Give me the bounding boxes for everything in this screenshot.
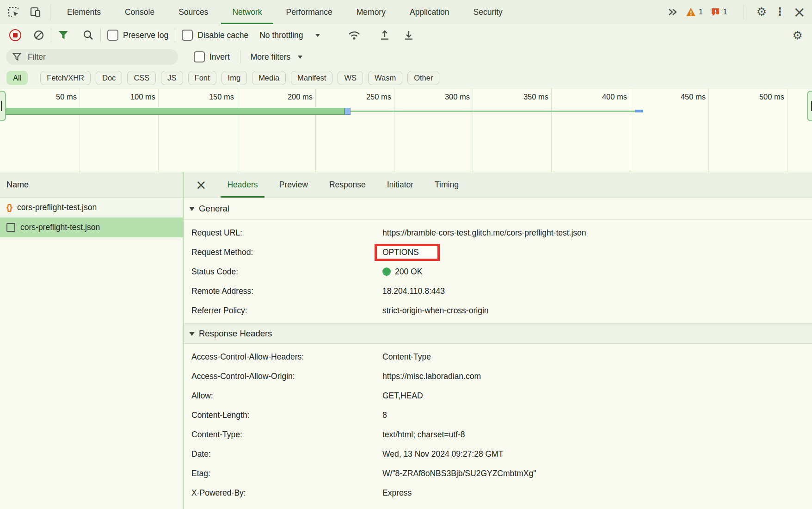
status-ok-dot-icon xyxy=(382,267,391,276)
tab-elements[interactable]: Elements xyxy=(55,0,113,24)
more-filters-button[interactable]: More filters xyxy=(251,52,291,62)
resource-filter-img[interactable]: Img xyxy=(221,71,247,85)
tab-performance[interactable]: Performance xyxy=(274,0,344,24)
header-row-allow: Allow: GET,HEAD xyxy=(184,386,812,405)
header-row-date: Date: Wed, 13 Nov 2024 09:27:28 GMT xyxy=(184,444,812,464)
tick-450ms: 450 ms xyxy=(655,93,706,101)
detail-tab-initiator[interactable]: Initiator xyxy=(376,173,424,198)
network-overview-timeline[interactable]: 50 ms 100 ms 150 ms 200 ms 250 ms 300 ms… xyxy=(0,88,812,172)
resource-filter-fetch-xhr[interactable]: Fetch/XHR xyxy=(40,71,91,85)
overview-left-handle[interactable] xyxy=(0,91,6,121)
tab-sources[interactable]: Sources xyxy=(166,0,220,24)
header-label: Referrer Policy: xyxy=(184,306,382,316)
preserve-log-checkbox[interactable] xyxy=(107,30,118,41)
header-label: Etag: xyxy=(184,469,382,478)
resource-filter-other[interactable]: Other xyxy=(407,71,439,85)
resource-filter-manifest[interactable]: Manifest xyxy=(291,71,332,85)
tick-300ms: 300 ms xyxy=(419,93,470,101)
tab-network[interactable]: Network xyxy=(220,0,274,24)
network-conditions-icon[interactable] xyxy=(348,30,361,41)
filter-input-pill[interactable] xyxy=(6,49,178,65)
devtools-tabbar: Elements Console Sources Network Perform… xyxy=(0,0,812,25)
tab-memory[interactable]: Memory xyxy=(344,0,398,24)
header-value: https://misc.laboradian.com xyxy=(382,372,481,381)
resource-filter-css[interactable]: CSS xyxy=(127,71,156,85)
disable-cache-label: Disable cache xyxy=(197,31,248,40)
filterbar-divider xyxy=(240,50,240,63)
detail-tab-response[interactable]: Response xyxy=(319,173,376,198)
import-har-icon[interactable] xyxy=(379,30,390,41)
settings-gear-icon[interactable]: ⚙ xyxy=(757,6,767,18)
request-name: cors-preflight-test.json xyxy=(20,223,100,232)
tick-150ms: 150 ms xyxy=(183,93,234,101)
detail-tab-headers[interactable]: Headers xyxy=(216,173,268,198)
header-row-content-type: Content-Type: text/html; charset=utf-8 xyxy=(184,425,812,444)
detail-tabbar: × Headers Preview Response Initiator Tim… xyxy=(184,172,812,198)
device-toolbar-icon[interactable] xyxy=(30,6,42,18)
error-icon xyxy=(711,7,720,17)
tick-250ms: 250 ms xyxy=(340,93,391,101)
toolbar-divider xyxy=(100,28,101,42)
header-label: X-Powered-By: xyxy=(184,488,382,498)
resource-filter-all[interactable]: All xyxy=(6,71,28,85)
detail-tab-preview[interactable]: Preview xyxy=(269,173,319,198)
overview-right-handle[interactable] xyxy=(807,91,812,121)
detail-tab-timing[interactable]: Timing xyxy=(424,173,469,198)
header-value: Content-Type xyxy=(382,352,431,362)
response-headers-section-header[interactable]: Response Headers xyxy=(184,323,812,344)
more-tabs-icon[interactable] xyxy=(668,7,678,17)
request-row-preflight[interactable]: {} cors-preflight-test.json xyxy=(0,198,183,217)
general-section-title: General xyxy=(199,204,229,214)
header-value: https://bramble-cors-test.glitch.me/cors… xyxy=(382,228,586,238)
network-main-area: Name {} cors-preflight-test.json cors-pr… xyxy=(0,172,812,509)
resource-filter-js[interactable]: JS xyxy=(161,71,183,85)
tabbar-right-divider xyxy=(744,5,744,19)
general-section-header[interactable]: General xyxy=(184,198,812,220)
filter-funnel-icon[interactable] xyxy=(58,30,69,40)
resource-filter-font[interactable]: Font xyxy=(188,71,216,85)
header-row-x-powered-by: X-Powered-By: Express xyxy=(184,483,812,503)
inspect-element-icon[interactable] xyxy=(7,6,19,18)
tab-application[interactable]: Application xyxy=(398,0,461,24)
more-filters-caret-icon[interactable] xyxy=(298,56,302,59)
resource-filter-doc[interactable]: Doc xyxy=(96,71,122,85)
toolbar-divider xyxy=(175,28,175,42)
export-har-icon[interactable] xyxy=(403,30,414,41)
overview-blue-segment xyxy=(344,108,351,115)
header-label: Request Method: xyxy=(184,248,382,257)
more-options-icon[interactable]: ⋮ xyxy=(775,6,785,17)
tick-100ms: 100 ms xyxy=(105,93,155,101)
error-count[interactable]: 1 xyxy=(711,7,727,17)
throttling-caret-icon[interactable] xyxy=(315,34,320,37)
header-value: GET,HEAD xyxy=(382,391,423,401)
clear-network-log-icon[interactable] xyxy=(33,30,44,41)
header-value: 18.204.110.8:443 xyxy=(382,286,445,296)
record-network-log-icon[interactable] xyxy=(9,29,21,41)
tick-350ms: 350 ms xyxy=(498,93,548,101)
header-label: Content-Type: xyxy=(184,430,382,440)
resource-filter-wasm[interactable]: Wasm xyxy=(368,71,402,85)
resource-type-filters: All Fetch/XHR Doc CSS JS Font Img Media … xyxy=(0,68,812,88)
network-settings-gear-icon[interactable]: ⚙ xyxy=(793,30,803,41)
disable-cache-checkbox[interactable] xyxy=(182,30,193,41)
header-label: Content-Length: xyxy=(184,410,382,420)
search-icon[interactable] xyxy=(83,30,94,41)
close-detail-icon[interactable]: × xyxy=(196,179,206,192)
header-label: Access-Control-Allow-Headers: xyxy=(184,352,382,362)
filter-input[interactable] xyxy=(27,52,149,62)
preserve-log-label: Preserve log xyxy=(123,31,168,40)
invert-checkbox[interactable] xyxy=(194,51,205,62)
resource-filter-media[interactable]: Media xyxy=(252,71,286,85)
throttling-select[interactable]: No throttling xyxy=(259,31,303,40)
name-column-header[interactable]: Name xyxy=(0,172,183,198)
tab-security[interactable]: Security xyxy=(461,0,515,24)
overview-thin-line xyxy=(351,111,635,112)
header-value: text/html; charset=utf-8 xyxy=(382,430,465,440)
request-row-selected[interactable]: cors-preflight-test.json xyxy=(0,217,183,237)
resource-filter-ws[interactable]: WS xyxy=(338,71,363,85)
close-devtools-icon[interactable]: × xyxy=(793,5,806,19)
tabbar-divider xyxy=(50,4,50,20)
warning-count[interactable]: 1 xyxy=(686,7,703,17)
header-row-content-length: Content-Length: 8 xyxy=(184,405,812,425)
tab-console[interactable]: Console xyxy=(113,0,166,24)
